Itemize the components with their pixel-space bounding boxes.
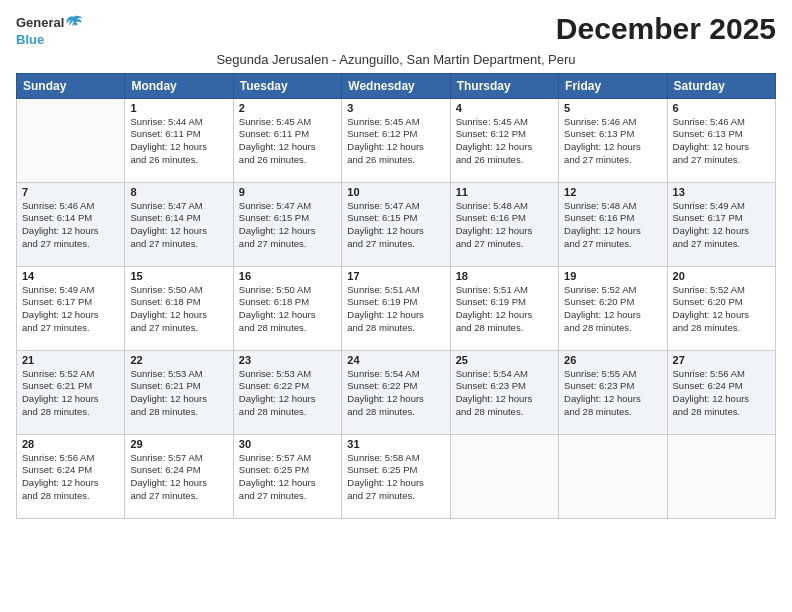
calendar-cell: 16Sunrise: 5:50 AM Sunset: 6:18 PM Dayli… bbox=[233, 266, 341, 350]
calendar-cell: 9Sunrise: 5:47 AM Sunset: 6:15 PM Daylig… bbox=[233, 182, 341, 266]
day-info: Sunrise: 5:56 AM Sunset: 6:24 PM Dayligh… bbox=[22, 452, 119, 503]
header-tuesday: Tuesday bbox=[233, 73, 341, 98]
day-info: Sunrise: 5:46 AM Sunset: 6:13 PM Dayligh… bbox=[564, 116, 661, 167]
day-number: 9 bbox=[239, 186, 336, 198]
calendar-week-row: 7Sunrise: 5:46 AM Sunset: 6:14 PM Daylig… bbox=[17, 182, 776, 266]
header-thursday: Thursday bbox=[450, 73, 558, 98]
header-saturday: Saturday bbox=[667, 73, 775, 98]
day-number: 25 bbox=[456, 354, 553, 366]
day-number: 20 bbox=[673, 270, 770, 282]
logo-bird-icon bbox=[65, 14, 83, 32]
day-number: 6 bbox=[673, 102, 770, 114]
day-number: 7 bbox=[22, 186, 119, 198]
calendar-cell: 25Sunrise: 5:54 AM Sunset: 6:23 PM Dayli… bbox=[450, 350, 558, 434]
calendar-cell: 18Sunrise: 5:51 AM Sunset: 6:19 PM Dayli… bbox=[450, 266, 558, 350]
day-info: Sunrise: 5:44 AM Sunset: 6:11 PM Dayligh… bbox=[130, 116, 227, 167]
calendar-cell: 3Sunrise: 5:45 AM Sunset: 6:12 PM Daylig… bbox=[342, 98, 450, 182]
calendar-cell: 28Sunrise: 5:56 AM Sunset: 6:24 PM Dayli… bbox=[17, 434, 125, 518]
calendar: SundayMondayTuesdayWednesdayThursdayFrid… bbox=[16, 73, 776, 519]
day-number: 28 bbox=[22, 438, 119, 450]
calendar-cell: 14Sunrise: 5:49 AM Sunset: 6:17 PM Dayli… bbox=[17, 266, 125, 350]
calendar-cell bbox=[667, 434, 775, 518]
calendar-cell: 5Sunrise: 5:46 AM Sunset: 6:13 PM Daylig… bbox=[559, 98, 667, 182]
calendar-cell: 24Sunrise: 5:54 AM Sunset: 6:22 PM Dayli… bbox=[342, 350, 450, 434]
calendar-cell: 7Sunrise: 5:46 AM Sunset: 6:14 PM Daylig… bbox=[17, 182, 125, 266]
day-number: 8 bbox=[130, 186, 227, 198]
day-info: Sunrise: 5:52 AM Sunset: 6:21 PM Dayligh… bbox=[22, 368, 119, 419]
day-info: Sunrise: 5:58 AM Sunset: 6:25 PM Dayligh… bbox=[347, 452, 444, 503]
calendar-cell bbox=[559, 434, 667, 518]
day-info: Sunrise: 5:46 AM Sunset: 6:14 PM Dayligh… bbox=[22, 200, 119, 251]
day-info: Sunrise: 5:45 AM Sunset: 6:11 PM Dayligh… bbox=[239, 116, 336, 167]
day-number: 13 bbox=[673, 186, 770, 198]
calendar-cell: 17Sunrise: 5:51 AM Sunset: 6:19 PM Dayli… bbox=[342, 266, 450, 350]
day-info: Sunrise: 5:47 AM Sunset: 6:15 PM Dayligh… bbox=[239, 200, 336, 251]
day-number: 12 bbox=[564, 186, 661, 198]
day-info: Sunrise: 5:57 AM Sunset: 6:25 PM Dayligh… bbox=[239, 452, 336, 503]
calendar-week-row: 1Sunrise: 5:44 AM Sunset: 6:11 PM Daylig… bbox=[17, 98, 776, 182]
calendar-cell: 13Sunrise: 5:49 AM Sunset: 6:17 PM Dayli… bbox=[667, 182, 775, 266]
calendar-cell: 8Sunrise: 5:47 AM Sunset: 6:14 PM Daylig… bbox=[125, 182, 233, 266]
day-info: Sunrise: 5:48 AM Sunset: 6:16 PM Dayligh… bbox=[456, 200, 553, 251]
header: General Blue December 2025 bbox=[16, 12, 776, 48]
day-number: 14 bbox=[22, 270, 119, 282]
day-number: 27 bbox=[673, 354, 770, 366]
header-wednesday: Wednesday bbox=[342, 73, 450, 98]
day-number: 29 bbox=[130, 438, 227, 450]
day-info: Sunrise: 5:56 AM Sunset: 6:24 PM Dayligh… bbox=[673, 368, 770, 419]
calendar-cell: 30Sunrise: 5:57 AM Sunset: 6:25 PM Dayli… bbox=[233, 434, 341, 518]
logo-general: General bbox=[16, 15, 64, 31]
header-sunday: Sunday bbox=[17, 73, 125, 98]
day-info: Sunrise: 5:51 AM Sunset: 6:19 PM Dayligh… bbox=[456, 284, 553, 335]
calendar-cell: 15Sunrise: 5:50 AM Sunset: 6:18 PM Dayli… bbox=[125, 266, 233, 350]
calendar-week-row: 21Sunrise: 5:52 AM Sunset: 6:21 PM Dayli… bbox=[17, 350, 776, 434]
day-info: Sunrise: 5:55 AM Sunset: 6:23 PM Dayligh… bbox=[564, 368, 661, 419]
logo: General Blue bbox=[16, 14, 83, 48]
day-number: 11 bbox=[456, 186, 553, 198]
calendar-cell: 22Sunrise: 5:53 AM Sunset: 6:21 PM Dayli… bbox=[125, 350, 233, 434]
calendar-cell: 11Sunrise: 5:48 AM Sunset: 6:16 PM Dayli… bbox=[450, 182, 558, 266]
day-number: 23 bbox=[239, 354, 336, 366]
calendar-cell: 27Sunrise: 5:56 AM Sunset: 6:24 PM Dayli… bbox=[667, 350, 775, 434]
day-number: 26 bbox=[564, 354, 661, 366]
header-monday: Monday bbox=[125, 73, 233, 98]
day-number: 18 bbox=[456, 270, 553, 282]
calendar-cell: 29Sunrise: 5:57 AM Sunset: 6:24 PM Dayli… bbox=[125, 434, 233, 518]
day-number: 21 bbox=[22, 354, 119, 366]
day-number: 17 bbox=[347, 270, 444, 282]
day-number: 16 bbox=[239, 270, 336, 282]
day-info: Sunrise: 5:53 AM Sunset: 6:22 PM Dayligh… bbox=[239, 368, 336, 419]
day-number: 10 bbox=[347, 186, 444, 198]
day-info: Sunrise: 5:45 AM Sunset: 6:12 PM Dayligh… bbox=[456, 116, 553, 167]
header-friday: Friday bbox=[559, 73, 667, 98]
calendar-cell: 19Sunrise: 5:52 AM Sunset: 6:20 PM Dayli… bbox=[559, 266, 667, 350]
day-info: Sunrise: 5:52 AM Sunset: 6:20 PM Dayligh… bbox=[564, 284, 661, 335]
subtitle: Segunda Jerusalen - Azunguillo, San Mart… bbox=[16, 52, 776, 67]
calendar-cell: 1Sunrise: 5:44 AM Sunset: 6:11 PM Daylig… bbox=[125, 98, 233, 182]
calendar-cell: 31Sunrise: 5:58 AM Sunset: 6:25 PM Dayli… bbox=[342, 434, 450, 518]
day-number: 1 bbox=[130, 102, 227, 114]
day-info: Sunrise: 5:52 AM Sunset: 6:20 PM Dayligh… bbox=[673, 284, 770, 335]
calendar-cell: 20Sunrise: 5:52 AM Sunset: 6:20 PM Dayli… bbox=[667, 266, 775, 350]
calendar-cell bbox=[450, 434, 558, 518]
logo-blue: Blue bbox=[16, 32, 83, 48]
day-number: 19 bbox=[564, 270, 661, 282]
day-number: 31 bbox=[347, 438, 444, 450]
day-number: 24 bbox=[347, 354, 444, 366]
calendar-cell bbox=[17, 98, 125, 182]
day-number: 4 bbox=[456, 102, 553, 114]
day-info: Sunrise: 5:47 AM Sunset: 6:14 PM Dayligh… bbox=[130, 200, 227, 251]
calendar-cell: 21Sunrise: 5:52 AM Sunset: 6:21 PM Dayli… bbox=[17, 350, 125, 434]
calendar-cell: 12Sunrise: 5:48 AM Sunset: 6:16 PM Dayli… bbox=[559, 182, 667, 266]
day-info: Sunrise: 5:54 AM Sunset: 6:23 PM Dayligh… bbox=[456, 368, 553, 419]
day-info: Sunrise: 5:50 AM Sunset: 6:18 PM Dayligh… bbox=[239, 284, 336, 335]
page: General Blue December 2025 Segunda Jerus… bbox=[0, 0, 792, 612]
calendar-cell: 23Sunrise: 5:53 AM Sunset: 6:22 PM Dayli… bbox=[233, 350, 341, 434]
day-info: Sunrise: 5:57 AM Sunset: 6:24 PM Dayligh… bbox=[130, 452, 227, 503]
day-info: Sunrise: 5:46 AM Sunset: 6:13 PM Dayligh… bbox=[673, 116, 770, 167]
calendar-week-row: 14Sunrise: 5:49 AM Sunset: 6:17 PM Dayli… bbox=[17, 266, 776, 350]
month-title: December 2025 bbox=[556, 12, 776, 46]
day-number: 3 bbox=[347, 102, 444, 114]
day-number: 15 bbox=[130, 270, 227, 282]
day-info: Sunrise: 5:49 AM Sunset: 6:17 PM Dayligh… bbox=[673, 200, 770, 251]
